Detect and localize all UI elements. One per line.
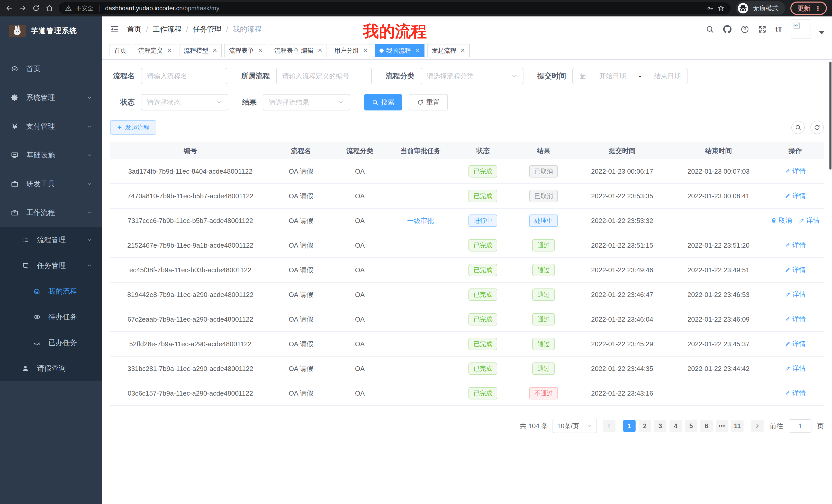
breadcrumb-item[interactable]: 首页 — [127, 24, 141, 34]
scrollbar-thumb[interactable] — [829, 62, 831, 170]
tab-process-model[interactable]: 流程模型✕ — [179, 44, 222, 57]
sidebar-item-system[interactable]: 系统管理 — [0, 83, 102, 112]
process-name-input[interactable] — [141, 68, 227, 84]
header-search-icon[interactable] — [705, 25, 714, 34]
tab-start-process[interactable]: 发起流程✕ — [427, 44, 470, 57]
font-size-icon[interactable]: tT — [775, 25, 782, 34]
tab-user-group[interactable]: 用户分组✕ — [330, 44, 372, 57]
sidebar-item-task-mgmt[interactable]: 任务管理 — [0, 253, 102, 278]
tab-close-icon[interactable]: ✕ — [317, 47, 322, 54]
page-button-11[interactable]: 11 — [731, 420, 744, 432]
detail-action[interactable]: 详情 — [785, 167, 806, 176]
prev-page-button[interactable] — [603, 420, 616, 432]
sidebar-item-infrastructure[interactable]: 基础设施 — [0, 141, 102, 170]
sidebar-item-payment[interactable]: 支付管理 — [0, 112, 102, 141]
browser-update-button[interactable]: 更新 ⋮ — [790, 2, 827, 15]
help-icon[interactable] — [740, 25, 749, 34]
submit-time: 2022-01-22 23:46:04 — [574, 315, 670, 324]
bookmark-star-icon[interactable] — [717, 5, 725, 12]
table-refresh-button[interactable] — [810, 121, 824, 134]
tab-close-icon[interactable]: ✕ — [461, 47, 465, 54]
sidebar-item-leave-query[interactable]: 请假查询 — [0, 356, 102, 381]
page-button-4[interactable]: 4 — [670, 420, 682, 432]
category-select[interactable]: 请选择流程分类 — [421, 68, 523, 84]
sidebar-item-label: 支付管理 — [26, 121, 55, 131]
sidebar-item-done-task[interactable]: 已办任务 — [0, 330, 102, 356]
detail-action[interactable]: 详情 — [785, 339, 806, 348]
cancel-action[interactable]: 取消 — [771, 216, 792, 225]
fullscreen-icon[interactable] — [758, 25, 767, 34]
process-category: OA — [331, 242, 389, 249]
search-button[interactable]: 搜索 — [364, 94, 402, 110]
browser-reload-icon[interactable] — [32, 4, 40, 12]
detail-action[interactable]: 详情 — [785, 389, 806, 398]
process-name: OA 请假 — [271, 290, 331, 299]
page-button-1[interactable]: 1 — [623, 420, 635, 432]
incognito-label: 无痕模式 — [753, 4, 779, 12]
tab-my-process[interactable]: 我的流程✕ — [375, 44, 424, 57]
page-button-5[interactable]: 5 — [685, 420, 697, 432]
detail-action[interactable]: 详情 — [799, 216, 820, 225]
current-task-link[interactable]: 一级审批 — [407, 216, 434, 225]
sidebar-item-home[interactable]: 首页 — [0, 54, 102, 83]
github-icon[interactable] — [723, 25, 732, 34]
result-cell: 通过 — [513, 313, 574, 326]
detail-action[interactable]: 详情 — [785, 290, 806, 299]
browser-forward-icon[interactable] — [19, 4, 27, 12]
filter-form: 流程名所属流程流程分类请选择流程分类提交时间开始日期-结束日期状态请选择状态结果… — [110, 68, 824, 110]
process-definition-input[interactable] — [276, 68, 372, 84]
page-button-3[interactable]: 3 — [654, 420, 667, 432]
avatar[interactable] — [791, 20, 810, 39]
submit-time-range[interactable]: 开始日期-结束日期 — [572, 68, 687, 84]
filter-label: 流程名 — [110, 71, 135, 81]
security-warning-icon — [65, 5, 72, 12]
page-button-2[interactable]: 2 — [639, 420, 651, 432]
detail-action[interactable]: 详情 — [785, 315, 806, 324]
sidebar-item-todo-task[interactable]: 待办任务 — [0, 304, 102, 330]
tab-close-icon[interactable]: ✕ — [415, 47, 420, 54]
tab-process-definition[interactable]: 流程定义✕ — [134, 44, 176, 57]
next-page-button[interactable] — [751, 420, 763, 432]
breadcrumb-item[interactable]: 工作流程 — [153, 24, 182, 34]
edit-icon — [785, 316, 791, 322]
create-process-button[interactable]: 发起流程 — [110, 120, 156, 135]
breadcrumb-item[interactable]: 任务管理 — [193, 24, 222, 34]
tab-process-form-edit[interactable]: 流程表单-编辑✕ — [270, 44, 327, 57]
result-cell: 处理中 — [513, 215, 574, 227]
status-select[interactable]: 请选择状态 — [141, 94, 228, 110]
sidebar-item-workflow[interactable]: 工作流程 — [0, 198, 102, 227]
browser-menu-icon[interactable]: ⋮ — [814, 4, 821, 12]
goto-page-input[interactable] — [789, 419, 811, 432]
detail-action[interactable]: 详情 — [785, 191, 806, 200]
table-search-toggle-button[interactable] — [791, 121, 805, 134]
briefcase-icon — [11, 209, 19, 217]
page-scrollbar[interactable] — [829, 17, 832, 504]
detail-action[interactable]: 详情 — [785, 241, 806, 250]
result-select[interactable]: 请选择流结果 — [263, 94, 350, 110]
sidebar-item-dev-tools[interactable]: 研发工具 — [0, 170, 102, 198]
sidebar-item-my-process[interactable]: 我的流程 — [0, 278, 102, 304]
browser-address-bar[interactable]: 不安全 dashboard.yudao.iocoder.cn/bpm/task/… — [59, 2, 731, 14]
app-logo[interactable]: 芋道管理系统 — [0, 17, 102, 45]
tab-process-form[interactable]: 流程表单✕ — [225, 44, 267, 57]
browser-back-icon[interactable] — [5, 4, 14, 12]
tab-close-icon[interactable]: ✕ — [167, 47, 172, 54]
detail-action[interactable]: 详情 — [785, 265, 806, 274]
tab-close-icon[interactable]: ✕ — [212, 47, 217, 54]
reset-button[interactable]: 重置 — [409, 94, 448, 110]
tab-home[interactable]: 首页 — [109, 44, 131, 57]
browser-home-icon[interactable] — [45, 4, 53, 12]
password-key-icon[interactable] — [706, 5, 714, 12]
sidebar-fold-icon[interactable] — [109, 24, 119, 34]
process-id: 7317cec6-7b9b-11ec-b5b7-acde48001122 — [110, 217, 271, 225]
page-button-6[interactable]: 6 — [700, 420, 713, 432]
tab-label: 首页 — [114, 47, 127, 55]
page-more-button[interactable]: ••• — [716, 420, 728, 432]
tab-close-icon[interactable]: ✕ — [258, 47, 262, 54]
column-header: 操作 — [767, 146, 824, 156]
avatar-caret-icon[interactable] — [819, 31, 824, 34]
detail-action[interactable]: 详情 — [785, 364, 806, 373]
sidebar-item-process-mgmt[interactable]: 流程管理 — [0, 227, 102, 253]
tab-close-icon[interactable]: ✕ — [363, 47, 368, 54]
page-size-select[interactable]: 10条/页 — [552, 419, 597, 433]
